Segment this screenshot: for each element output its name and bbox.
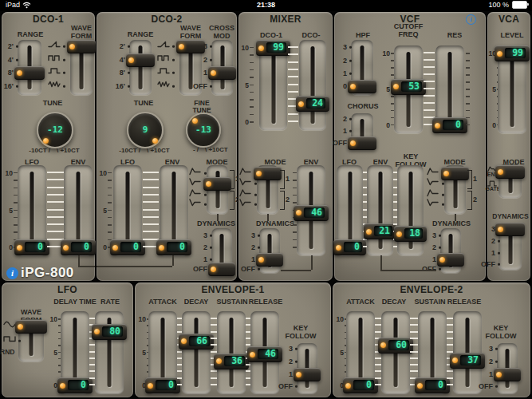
vcf-cutoff-handle[interactable]: 53 <box>391 79 426 95</box>
mixer-env-handle[interactable]: 46 <box>294 205 329 221</box>
dco1-tune-knob[interactable]: -12 <box>37 112 73 148</box>
mixer-mode-handle[interactable] <box>254 167 282 180</box>
dco2-range-selector[interactable] <box>129 40 152 95</box>
panel-env2: ENVELOPE-2ATTACKDECAYSUSTAINRELEASE10500… <box>333 282 530 397</box>
dco2-range-option: 16' <box>101 82 125 90</box>
mixer-dynamics-handle[interactable] <box>256 253 283 267</box>
scale-label: 10 <box>41 315 57 323</box>
vcf-env-handle[interactable]: 21 <box>364 223 396 239</box>
vca-level-led <box>497 51 502 57</box>
vcf-lfo-handle[interactable]: 0 <box>333 239 366 255</box>
dco2-tune-min-label: -10CT / <box>96 147 140 154</box>
dco2-cross_mod-option: 3 <box>183 42 207 50</box>
dco2-range-option: 2' <box>101 42 125 50</box>
vca-dynamics-handle[interactable] <box>495 223 525 236</box>
option-dot <box>498 252 500 255</box>
sine-icon <box>3 318 16 326</box>
vcf-dynamics-led <box>439 257 445 263</box>
vcf-hpf-handle[interactable] <box>348 80 376 93</box>
env2-sustain-value: 0 <box>425 380 446 390</box>
env1-decay-value: 66 <box>189 336 210 346</box>
scale-label: 10 <box>328 315 344 323</box>
option-dot <box>349 73 352 75</box>
env2-attack-label: ATTACK <box>346 298 375 306</box>
env1-decay-slider[interactable] <box>182 311 211 393</box>
mixer-dynamics-option: 2 <box>231 243 255 251</box>
env2-key_follow-handle[interactable] <box>494 368 521 381</box>
env1-sustain-handle[interactable]: 36 <box>214 354 249 369</box>
dco2-tune-knob[interactable]: 9 <box>127 112 164 148</box>
env2-attack-slot <box>359 318 363 387</box>
vcf-key_follow-slider[interactable] <box>397 165 424 255</box>
mixer-dco2-handle[interactable]: 24 <box>296 96 329 112</box>
connector-line <box>380 270 436 271</box>
mixer-dynamics-selector[interactable] <box>259 228 280 273</box>
mixer-dco2-slider[interactable] <box>299 40 326 130</box>
env1-decay-handle[interactable]: 66 <box>179 334 214 350</box>
scale-label: 10 <box>233 44 249 52</box>
env2-sustain-handle[interactable]: 0 <box>415 377 450 393</box>
vcf-mode-handle[interactable] <box>441 167 469 180</box>
info-icon[interactable]: i <box>466 14 476 25</box>
lfo-rate-value: 80 <box>102 326 123 337</box>
clock: 21:38 <box>0 1 532 9</box>
dco1-range-handle[interactable] <box>14 66 45 80</box>
env1-attack-label: ATTACK <box>148 298 177 306</box>
option-dot <box>495 361 498 363</box>
scale-label: 10 <box>130 315 146 323</box>
env1-decay-label: DECAY <box>184 298 209 306</box>
info-icon[interactable]: i <box>6 267 18 279</box>
dco2-range-handle[interactable] <box>126 53 155 67</box>
lfo-delay_time-label: DELAY TIME <box>53 298 97 306</box>
dco2-lfo-handle[interactable]: 0 <box>110 239 145 255</box>
env1-attack-handle[interactable]: 0 <box>145 377 180 393</box>
scale-ticks <box>108 172 112 248</box>
dco2-mode-handle[interactable] <box>203 177 231 191</box>
dco2-cross_mod-option: OFF <box>183 82 207 90</box>
dco1-waveform-label: WAVE FORM <box>71 25 93 41</box>
vcf-chorus-handle[interactable] <box>348 136 376 150</box>
vca-title: VCA <box>487 14 530 25</box>
vca-dynamics-option: 3 <box>471 225 495 233</box>
lfo-delay_time-handle[interactable]: 0 <box>57 377 93 393</box>
env2-attack-handle[interactable]: 0 <box>343 377 378 393</box>
dco2-env-slot <box>172 172 176 249</box>
option-dot <box>16 85 18 88</box>
dco1-lfo-handle[interactable]: 0 <box>14 239 49 255</box>
mixer-dco1-handle[interactable]: 99 <box>256 40 290 56</box>
noise-icon <box>157 77 170 86</box>
env1-key_follow-handle[interactable] <box>294 368 321 381</box>
env1-sustain-slider[interactable] <box>217 311 246 393</box>
connector-line <box>97 266 172 267</box>
vcf-dynamics-selector[interactable] <box>440 228 461 273</box>
vcf-hpf-led <box>350 84 356 89</box>
scale-label: 5 <box>374 85 390 93</box>
env1-sustain-label: SUSTAIN <box>217 298 248 306</box>
scale-label: 10 <box>0 169 13 177</box>
connector-line <box>78 255 80 266</box>
vcf-dynamics-handle[interactable] <box>437 253 464 267</box>
dco2-fine_tune-knob[interactable]: -13 <box>186 113 221 148</box>
env-normal-icon <box>427 164 439 173</box>
mode-group-bracket <box>280 170 285 189</box>
env2-decay-handle[interactable]: 60 <box>378 338 413 354</box>
dco2-dynamics-label: DYNAMICS <box>197 220 235 228</box>
vcf-env-slider[interactable] <box>367 165 393 255</box>
option-dot <box>128 45 130 48</box>
dco1-waveform-handle[interactable] <box>67 40 96 53</box>
env1-key_follow-option: OFF <box>269 382 293 390</box>
dco1-title: DCO-1 <box>2 14 95 25</box>
option-dot <box>16 59 18 61</box>
vcf-res-handle[interactable]: 0 <box>432 117 467 133</box>
vca-level-handle[interactable]: 99 <box>495 45 530 61</box>
dco2-fine_tune-value: -13 <box>187 124 219 135</box>
dco2-cross_mod-handle[interactable] <box>208 66 236 80</box>
lfo-rate-handle[interactable]: 80 <box>92 324 127 340</box>
battery-icon <box>512 1 527 9</box>
vca-mode-handle[interactable] <box>495 165 525 179</box>
option-dot <box>439 268 441 271</box>
dco2-cross_mod-led <box>211 70 216 76</box>
mode-group-bracket <box>467 191 472 210</box>
env1-decay-led <box>181 338 187 344</box>
option-dot <box>210 259 212 261</box>
